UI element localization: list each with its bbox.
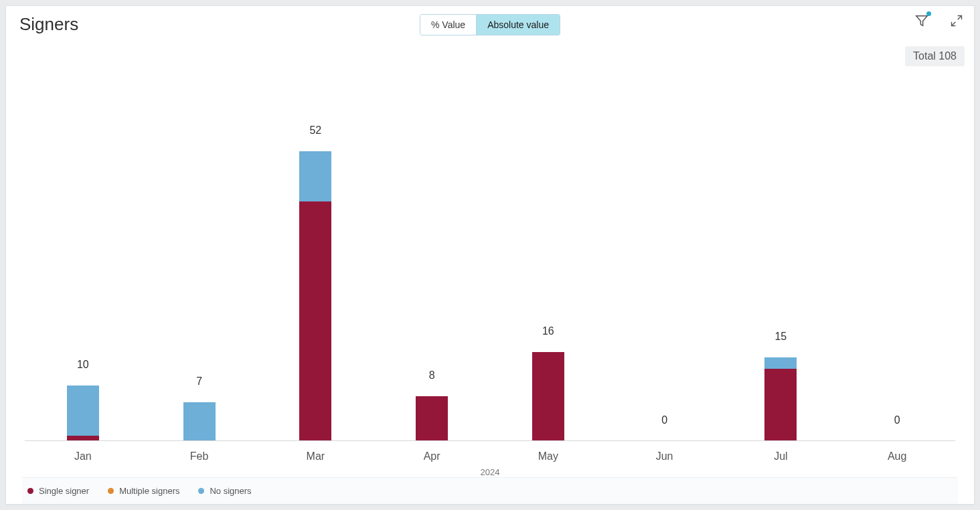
bar-jan[interactable]: 10 bbox=[25, 76, 141, 441]
x-axis-title: 2024 bbox=[6, 467, 974, 477]
legend-label: Multiple signers bbox=[119, 486, 179, 496]
category-label: Jan bbox=[25, 450, 141, 462]
segment-single[interactable] bbox=[532, 352, 564, 441]
x-axis-line bbox=[25, 440, 955, 441]
bar-total-label: 10 bbox=[67, 359, 99, 371]
bar-aug[interactable]: 0 bbox=[839, 76, 955, 441]
legend-label: No signers bbox=[210, 486, 251, 496]
segment-nosigners[interactable] bbox=[299, 151, 331, 201]
segment-nosigners[interactable] bbox=[764, 357, 797, 369]
legend-item[interactable]: Single signer bbox=[27, 486, 89, 496]
category-label: Feb bbox=[141, 450, 258, 462]
bar-total-label: 15 bbox=[764, 331, 797, 343]
page-title: Signers bbox=[19, 14, 78, 35]
category-label: Mar bbox=[258, 450, 374, 462]
toggle-absolute-value[interactable]: Absolute value bbox=[476, 15, 560, 35]
chart-area: 107528160150 JanFebMarAprMayJunJulAug 20… bbox=[6, 50, 974, 504]
category-label: Apr bbox=[374, 450, 490, 462]
bar-may[interactable]: 16 bbox=[490, 76, 606, 441]
bar-total-label: 7 bbox=[183, 375, 216, 388]
bar-jul[interactable]: 15 bbox=[723, 76, 839, 441]
category-label: Jun bbox=[606, 450, 723, 462]
bar-total-label: 0 bbox=[881, 414, 913, 426]
legend-swatch bbox=[198, 488, 204, 494]
bar-total-label: 0 bbox=[649, 414, 681, 426]
legend-swatch bbox=[27, 488, 33, 494]
segment-single[interactable] bbox=[299, 201, 331, 441]
legend-item[interactable]: Multiple signers bbox=[108, 486, 179, 496]
filter-active-dot bbox=[926, 11, 931, 16]
value-toggle: % Value Absolute value bbox=[420, 14, 560, 35]
category-label: Aug bbox=[839, 450, 955, 462]
signers-panel: Signers % Value Absolute value bbox=[5, 5, 975, 505]
category-label: May bbox=[490, 450, 606, 462]
legend-item[interactable]: No signers bbox=[198, 486, 251, 496]
bar-total-label: 52 bbox=[299, 124, 331, 137]
bar-mar[interactable]: 52 bbox=[258, 76, 374, 441]
bar-feb[interactable]: 7 bbox=[141, 76, 258, 441]
legend: Single signerMultiple signersNo signers bbox=[22, 477, 958, 504]
bar-apr[interactable]: 8 bbox=[374, 76, 490, 441]
segment-nosigners[interactable] bbox=[183, 402, 216, 441]
bar-total-label: 8 bbox=[416, 369, 448, 381]
toggle-percent-value[interactable]: % Value bbox=[420, 15, 476, 35]
bar-total-label: 16 bbox=[532, 325, 564, 337]
segment-nosigners[interactable] bbox=[67, 386, 99, 436]
legend-label: Single signer bbox=[39, 486, 89, 496]
collapse-icon[interactable] bbox=[949, 13, 965, 29]
segment-single[interactable] bbox=[764, 369, 797, 441]
bar-jun[interactable]: 0 bbox=[606, 76, 723, 441]
category-label: Jul bbox=[723, 450, 839, 462]
segment-single[interactable] bbox=[416, 396, 448, 441]
filter-icon[interactable] bbox=[914, 13, 930, 29]
legend-swatch bbox=[108, 488, 114, 494]
